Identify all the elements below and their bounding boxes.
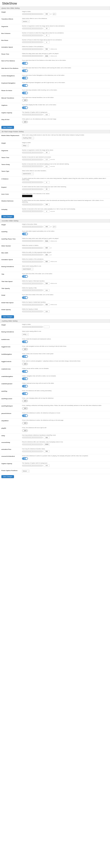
toggle-switch[interactable]: ON [22, 340, 28, 343]
slider-handle[interactable] [30, 289, 32, 291]
value-input[interactable]: 4 [44, 41, 50, 43]
slider-handle[interactable] [30, 188, 32, 190]
toggle-switch[interactable]: ON [22, 414, 28, 417]
value-input[interactable]: 500 [44, 304, 50, 306]
slider-handle[interactable] [30, 261, 32, 262]
toggle-switch[interactable]: ON [22, 69, 28, 72]
slider-track[interactable] [22, 152, 43, 153]
select-dropdown[interactable]: Bottom▾ [22, 470, 29, 472]
value-input[interactable]: 4 [44, 210, 50, 213]
select-dropdown[interactable]: random▾ [22, 20, 30, 23]
value-input[interactable]: 0.8 [44, 310, 50, 313]
save-button[interactable]: Save Changes [1, 215, 14, 218]
slider-handle[interactable] [30, 451, 32, 452]
value-input[interactable]: 800 [44, 253, 50, 256]
slider-handle[interactable] [30, 55, 32, 57]
toggle-switch[interactable]: ON [22, 232, 28, 235]
select-dropdown[interactable]: easeOutQuint▾ [22, 268, 34, 271]
slider-track[interactable] [22, 289, 43, 291]
slider-track[interactable] [22, 247, 43, 249]
value-input[interactable] [44, 326, 50, 328]
value-input[interactable]: 500 [44, 48, 50, 50]
value-input[interactable]: 0.8 [44, 464, 50, 467]
slider-handle[interactable] [30, 443, 32, 445]
toggle-switch[interactable]: ON [22, 92, 28, 94]
select-dropdown[interactable]: Anything Slider▾ [22, 136, 34, 140]
slider-track[interactable] [22, 55, 43, 57]
slider-handle[interactable] [30, 254, 32, 255]
slider-handle[interactable] [30, 226, 32, 227]
select-dropdown[interactable]: swing▾ [22, 333, 29, 336]
value-input[interactable]: 500 [44, 450, 50, 453]
slider-handle[interactable] [30, 247, 32, 249]
save-button[interactable]: Save Changes [1, 126, 14, 129]
value-input[interactable]: 500 [44, 436, 50, 439]
value-input[interactable]: 5000 [44, 240, 50, 242]
slider-handle[interactable] [30, 152, 32, 153]
slider-track[interactable] [22, 181, 43, 183]
slider-handle[interactable] [30, 283, 32, 284]
toggle-switch[interactable]: ON [22, 275, 28, 278]
toggle-switch[interactable]: ON [22, 457, 28, 460]
unit-select[interactable]: px ▾ [52, 225, 56, 228]
toggle-switch[interactable]: ON [22, 77, 28, 79]
value-input[interactable]: 0 [44, 181, 50, 184]
value-input[interactable]: 15000 [44, 443, 50, 446]
unit-select[interactable]: px ▾ [52, 13, 56, 15]
value-input[interactable]: 100 [44, 203, 50, 206]
slider-handle[interactable] [30, 326, 32, 328]
slider-track[interactable] [22, 204, 43, 205]
slider-handle[interactable] [30, 437, 32, 438]
toggle-switch[interactable]: ON [22, 106, 28, 109]
slider-track[interactable] [22, 283, 43, 284]
value-input[interactable]: 10 [44, 151, 50, 154]
toggle-switch[interactable]: OFF [22, 429, 28, 432]
toggle-switch[interactable]: OFF [22, 121, 28, 123]
value-input[interactable]: 800 [44, 247, 50, 249]
slider-handle[interactable] [30, 204, 32, 205]
slider-handle[interactable] [30, 41, 32, 43]
toggle-switch[interactable]: ON [22, 377, 28, 380]
slider-handle[interactable] [30, 114, 32, 116]
toggle-switch[interactable]: ON [22, 84, 28, 87]
slider-track[interactable] [22, 159, 43, 160]
save-button[interactable]: Save Changes [1, 315, 14, 318]
toggle-switch[interactable]: ON [22, 385, 28, 388]
value-input[interactable]: 1.2 [44, 158, 50, 161]
slider-handle[interactable] [30, 181, 32, 183]
value-input[interactable]: 0.8 [44, 113, 50, 116]
value-input[interactable]: 0.1 [44, 165, 50, 167]
slider-track[interactable] [22, 28, 43, 29]
slider-track[interactable] [22, 240, 43, 242]
slider-handle[interactable] [30, 48, 32, 50]
value-input[interactable]: 10 [44, 27, 50, 30]
slider-track[interactable] [22, 35, 43, 36]
toggle-switch[interactable]: OFF [22, 400, 28, 402]
slider-track[interactable] [22, 188, 43, 190]
toggle-switch[interactable]: OFF [22, 99, 28, 101]
value-input[interactable]: 8 [44, 34, 50, 37]
value-input[interactable]: 3000 [44, 55, 50, 57]
slider-handle[interactable] [30, 304, 32, 306]
toggle-switch[interactable]: OFF [22, 363, 28, 365]
value-input[interactable]: 20 [44, 188, 50, 190]
slider-handle[interactable] [30, 13, 32, 15]
slider-track[interactable] [22, 311, 43, 312]
slider-track[interactable] [22, 226, 43, 227]
slider-handle[interactable] [30, 159, 32, 160]
slider-track[interactable] [22, 451, 43, 452]
slider-handle[interactable] [30, 465, 32, 466]
toggle-switch[interactable]: ON [22, 370, 28, 373]
toggle-switch[interactable]: ON [22, 296, 28, 299]
value-input[interactable]: 0.8 [44, 289, 50, 291]
slider-track[interactable] [22, 114, 43, 116]
select-dropdown[interactable]: easeInOutCirc▾ [22, 173, 34, 175]
slider-handle[interactable] [30, 240, 32, 242]
slider-track[interactable] [22, 41, 43, 43]
slider-track[interactable] [22, 437, 43, 438]
color-input[interactable] [22, 195, 32, 197]
slider-handle[interactable] [30, 311, 32, 312]
slider-handle[interactable] [30, 210, 32, 212]
slider-handle[interactable] [30, 35, 32, 36]
slider-track[interactable] [22, 48, 43, 50]
